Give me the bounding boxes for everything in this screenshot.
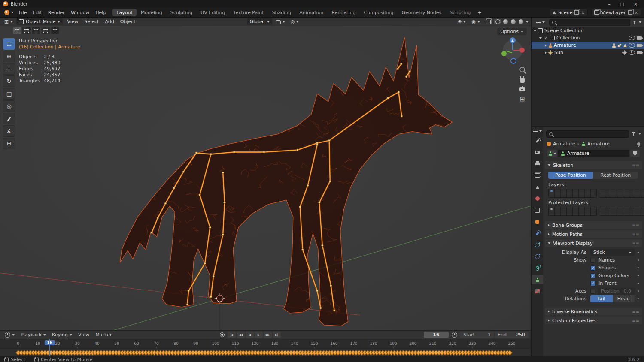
- layer-toggle[interactable]: [623, 207, 629, 211]
- viewport-menu-view[interactable]: View: [64, 18, 81, 25]
- jump-to-prev-keyframe-button[interactable]: ◀◀: [237, 332, 245, 338]
- expand-icon[interactable]: [545, 44, 547, 47]
- layer-toggle[interactable]: [585, 211, 590, 215]
- layer-toggle[interactable]: [567, 207, 572, 211]
- layer-toggle[interactable]: [561, 193, 566, 197]
- outliner-editor-type-button[interactable]: [534, 20, 547, 24]
- timeline-menu-keying[interactable]: Keying: [49, 331, 75, 338]
- workspace-tab-modeling[interactable]: Modeling: [137, 9, 166, 16]
- layer-toggle[interactable]: [617, 189, 623, 193]
- auto-keying-button[interactable]: [218, 332, 227, 338]
- bone-joint[interactable]: [329, 180, 331, 182]
- pin-icon[interactable]: [637, 142, 640, 145]
- camera-icon[interactable]: [637, 44, 642, 47]
- properties-tab-modifiers[interactable]: [532, 229, 543, 238]
- shading-mode-solid[interactable]: [502, 19, 509, 24]
- chevron-down-icon[interactable]: [639, 21, 641, 23]
- rotate-tool-button[interactable]: ↻: [3, 75, 15, 87]
- layer-toggle[interactable]: [561, 189, 566, 193]
- wolf-mesh-silhouette[interactable]: [120, 37, 453, 326]
- panel-header-bone-groups[interactable]: Bone Groups ≡≡: [545, 221, 642, 229]
- workspace-tab-compositing[interactable]: Compositing: [360, 9, 398, 16]
- workspace-tab-animation[interactable]: Animation: [295, 9, 327, 16]
- bone-joint[interactable]: [222, 172, 224, 174]
- bone-joint[interactable]: [222, 234, 224, 236]
- layer-toggle[interactable]: [599, 193, 605, 197]
- layer-toggle[interactable]: [573, 207, 578, 211]
- timeline-editor-type-button[interactable]: [3, 332, 17, 338]
- bone-joint[interactable]: [328, 139, 330, 142]
- camera-view-icon[interactable]: [519, 87, 525, 91]
- app-menu-window[interactable]: Window: [68, 9, 92, 16]
- layer-toggle[interactable]: [555, 211, 560, 215]
- layer-toggle[interactable]: [549, 211, 554, 215]
- measure-tool-button[interactable]: ∡: [3, 125, 15, 137]
- properties-search-input[interactable]: [546, 130, 629, 138]
- shapes-checkbox[interactable]: ✓: [590, 265, 595, 271]
- layer-toggle[interactable]: [629, 189, 635, 193]
- transform-orientation-dropdown[interactable]: Global: [247, 18, 272, 25]
- timeline-ruler[interactable]: 0102030405060708090100110120130140150160…: [0, 339, 531, 348]
- bone-joint[interactable]: [233, 151, 235, 153]
- properties-tab-render[interactable]: [532, 148, 543, 157]
- x-axis-handle[interactable]: [519, 48, 525, 53]
- current-frame-field[interactable]: 16: [424, 332, 449, 338]
- head-button[interactable]: Head: [613, 295, 635, 302]
- properties-tab-collection[interactable]: [532, 206, 543, 214]
- outliner-row-armature[interactable]: Armature: [532, 42, 644, 49]
- proportional-editing-button[interactable]: ◎: [289, 18, 301, 25]
- chevron-down-icon[interactable]: [526, 21, 529, 23]
- layer-toggle[interactable]: [641, 193, 644, 197]
- jump-to-end-button[interactable]: ▶|: [273, 332, 281, 338]
- z-axis-handle[interactable]: Z: [510, 37, 516, 43]
- snapping-button[interactable]: [273, 19, 287, 24]
- layer-toggle[interactable]: [629, 193, 635, 197]
- layer-toggle[interactable]: [605, 193, 611, 197]
- layer-toggle[interactable]: [611, 193, 617, 197]
- layer-toggle[interactable]: [629, 207, 635, 211]
- mode-dropdown[interactable]: Object Mode: [16, 18, 63, 25]
- view-layer-selector[interactable]: ViewLayer ×: [591, 9, 641, 16]
- panel-header-viewport-display[interactable]: Viewport Display ≡≡: [545, 239, 642, 247]
- bone-joint[interactable]: [186, 304, 188, 306]
- bone-joint[interactable]: [213, 275, 215, 278]
- camera-icon[interactable]: [637, 51, 642, 54]
- collapse-icon[interactable]: [539, 37, 542, 39]
- tail-button[interactable]: Tail: [590, 295, 613, 302]
- camera-icon[interactable]: [637, 36, 642, 40]
- toggle-xray-button[interactable]: [483, 19, 493, 24]
- bone-joint[interactable]: [199, 194, 201, 196]
- editor-type-button[interactable]: ⊞: [2, 19, 15, 25]
- layer-toggle[interactable]: [549, 207, 554, 211]
- layer-toggle[interactable]: [591, 207, 596, 211]
- timeline-menu-view[interactable]: View: [75, 331, 92, 338]
- layer-toggle[interactable]: [635, 207, 641, 211]
- layer-toggle[interactable]: [573, 189, 578, 193]
- layer-toggle[interactable]: [617, 211, 623, 215]
- close-button[interactable]: ×: [634, 1, 638, 7]
- jump-to-start-button[interactable]: |◀: [228, 332, 236, 338]
- panel-header-inverse-kinematics[interactable]: Inverse Kinematics ≡≡: [545, 308, 642, 315]
- bone-joint[interactable]: [195, 152, 197, 154]
- app-menu-edit[interactable]: Edit: [30, 9, 45, 16]
- play-reverse-button[interactable]: ◀: [246, 332, 254, 338]
- bone-joint[interactable]: [409, 70, 411, 72]
- names-checkbox[interactable]: [590, 258, 595, 263]
- layer-toggle[interactable]: [591, 189, 596, 193]
- viewport-menu-select[interactable]: Select: [81, 18, 102, 25]
- viewport-3d[interactable]: Options ⊕↻◱◎∡⊞ User Perspective (16) Col…: [0, 26, 531, 330]
- remove-view-layer-icon[interactable]: ×: [635, 10, 638, 15]
- bone-joint[interactable]: [209, 226, 211, 229]
- bone-joint[interactable]: [296, 149, 298, 151]
- select-mode-subtract[interactable]: [32, 27, 40, 34]
- show-gizmo-button[interactable]: ⊕: [456, 18, 468, 25]
- layer-toggle[interactable]: [599, 211, 605, 215]
- chevron-down-icon[interactable]: [638, 133, 641, 135]
- shading-mode-wireframe[interactable]: [494, 19, 501, 24]
- bone-joint[interactable]: [210, 296, 212, 298]
- bone-joint[interactable]: [299, 206, 301, 208]
- panel-header-motion-paths[interactable]: Motion Paths ≡≡: [545, 230, 642, 238]
- workspace-tab-shading[interactable]: Shading: [268, 9, 295, 16]
- layer-toggle[interactable]: [641, 207, 644, 211]
- bone-joint[interactable]: [321, 244, 323, 247]
